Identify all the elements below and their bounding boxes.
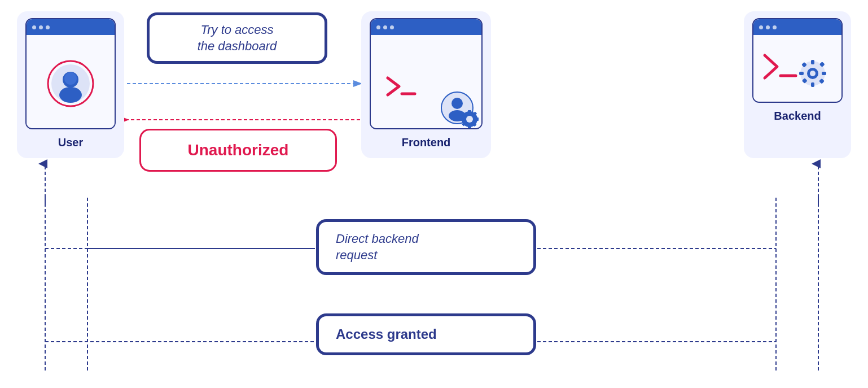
dot1 <box>376 25 380 29</box>
svg-rect-25 <box>468 110 471 113</box>
frontend-card: Frontend <box>361 11 491 158</box>
unauthorized-box: Unauthorized <box>139 129 337 172</box>
svg-rect-27 <box>461 117 463 121</box>
svg-rect-38 <box>811 82 814 87</box>
user-card: User <box>17 11 124 158</box>
svg-rect-26 <box>468 125 471 128</box>
dot3 <box>773 25 777 29</box>
diagram: User Try to accessthe dashboard Unauthor… <box>0 0 868 388</box>
svg-rect-37 <box>811 60 814 64</box>
unauthorized-text: Unauthorized <box>188 141 289 159</box>
direct-backend-text: Direct backendrequest <box>336 232 419 262</box>
access-granted-container: Access granted <box>316 313 536 355</box>
dot2 <box>383 25 387 29</box>
svg-point-16 <box>59 87 82 103</box>
user-screen <box>25 18 116 129</box>
svg-rect-39 <box>799 72 804 75</box>
frontend-titlebar <box>371 19 481 35</box>
frontend-auth-icon <box>439 90 479 129</box>
try-access-box: Try to accessthe dashboard <box>147 12 327 64</box>
backend-card: Backend <box>744 11 851 158</box>
dot2 <box>766 25 770 29</box>
user-avatar-icon <box>45 58 96 109</box>
svg-point-24 <box>466 116 473 123</box>
backend-terminal-icon <box>759 44 832 95</box>
backend-titlebar <box>753 19 841 35</box>
svg-rect-28 <box>476 117 479 121</box>
frontend-screen <box>370 18 483 129</box>
dot2 <box>39 25 43 29</box>
dot3 <box>390 25 394 29</box>
backend-screen <box>752 18 843 103</box>
access-granted-text: Access granted <box>336 326 437 342</box>
try-access-text: Try to accessthe dashboard <box>198 23 277 53</box>
terminal-icon <box>382 69 427 103</box>
user-label: User <box>58 136 83 149</box>
svg-rect-40 <box>822 72 826 75</box>
frontend-screen-body <box>371 35 481 129</box>
user-screen-titlebar <box>27 19 115 35</box>
backend-screen-body <box>753 35 841 103</box>
backend-label: Backend <box>774 110 821 123</box>
svg-point-21 <box>451 98 463 109</box>
dot1 <box>759 25 763 29</box>
dot3 <box>46 25 50 29</box>
dot1 <box>32 25 36 29</box>
svg-point-36 <box>810 71 816 76</box>
direct-backend-container: Direct backendrequest <box>316 219 536 275</box>
user-screen-body <box>27 35 115 129</box>
frontend-label: Frontend <box>402 136 451 149</box>
svg-point-18 <box>64 72 77 85</box>
